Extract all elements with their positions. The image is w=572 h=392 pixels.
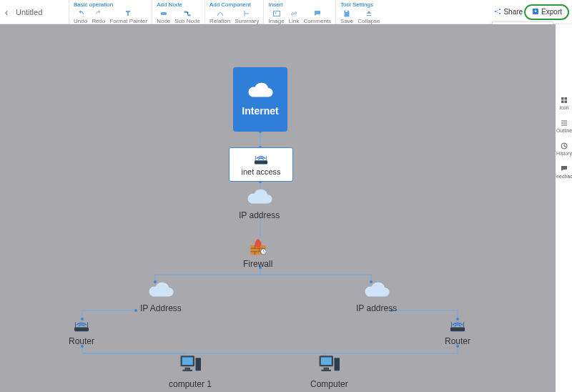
link-button[interactable]: Link bbox=[289, 10, 300, 24]
relation-label: Relation bbox=[209, 18, 230, 24]
comments-icon bbox=[313, 10, 322, 17]
rail-label: Icon bbox=[559, 105, 568, 110]
save-label: Save bbox=[340, 18, 353, 24]
node-label: IP address bbox=[239, 210, 280, 220]
undo-button[interactable]: Undo bbox=[74, 10, 87, 24]
redo-label: Redo bbox=[92, 18, 105, 24]
svg-rect-1 bbox=[184, 11, 187, 14]
undo-icon bbox=[77, 10, 85, 17]
group-add-node: Add Node Node Sub Node bbox=[152, 0, 204, 24]
group-label: Add Node bbox=[157, 1, 200, 9]
right-rail: Icon Outline History Feedback bbox=[556, 96, 572, 179]
svg-point-42 bbox=[134, 309, 137, 312]
svg-rect-77 bbox=[324, 368, 330, 370]
svg-rect-72 bbox=[185, 368, 191, 370]
node-internet[interactable]: Internet bbox=[233, 67, 287, 132]
svg-point-7 bbox=[499, 9, 500, 10]
node-label: computer 1 bbox=[169, 379, 212, 389]
svg-point-8 bbox=[499, 13, 500, 14]
svg-rect-24 bbox=[561, 123, 567, 124]
subnode-label: Sub Node bbox=[174, 18, 200, 24]
collapse-button[interactable]: Collapse bbox=[358, 10, 380, 24]
export-icon bbox=[531, 7, 540, 17]
router-icon bbox=[252, 153, 270, 166]
group-insert: Insert Image Link Comments bbox=[263, 0, 335, 24]
link-icon bbox=[290, 10, 298, 17]
undo-label: Undo bbox=[74, 18, 87, 24]
group-label: Add Component bbox=[209, 1, 260, 9]
back-button[interactable]: ‹ bbox=[0, 0, 13, 24]
cloud-icon bbox=[147, 282, 175, 300]
redo-icon bbox=[94, 10, 103, 17]
group-basic: Basic operation Undo Redo Format Painter bbox=[69, 0, 152, 24]
node-label: Router bbox=[69, 336, 94, 346]
comments-button[interactable]: Comments bbox=[303, 10, 331, 24]
node-computer1[interactable]: computer 1 bbox=[169, 353, 212, 389]
export-button[interactable]: Export bbox=[527, 6, 566, 19]
node-ip-right[interactable]: IP address bbox=[356, 282, 397, 313]
rail-outline[interactable]: Outline bbox=[556, 119, 572, 133]
save-button[interactable]: Save bbox=[340, 10, 353, 24]
group-label: Tool Settings bbox=[340, 1, 380, 9]
relation-button[interactable]: Relation bbox=[209, 10, 230, 24]
computer-icon bbox=[177, 353, 203, 376]
svg-rect-21 bbox=[561, 101, 564, 104]
share-label: Share bbox=[503, 8, 523, 16]
svg-rect-76 bbox=[321, 358, 332, 366]
node-label: inet access bbox=[241, 167, 280, 176]
svg-rect-67 bbox=[450, 327, 465, 331]
node-router-right[interactable]: Router bbox=[445, 319, 470, 346]
subnode-button[interactable]: Sub Node bbox=[174, 10, 200, 24]
cloud-icon bbox=[246, 82, 275, 101]
svg-rect-74 bbox=[196, 358, 202, 371]
svg-rect-59 bbox=[255, 160, 267, 164]
share-icon bbox=[493, 7, 502, 17]
node-button[interactable]: Node bbox=[157, 10, 170, 24]
node-label: IP address bbox=[356, 303, 397, 313]
comments-label: Comments bbox=[303, 18, 331, 24]
cloud-icon bbox=[363, 282, 391, 300]
save-icon bbox=[342, 10, 351, 17]
toolbar: ‹ Untitled Basic operation Undo Redo For… bbox=[0, 0, 572, 24]
group-tool-settings: Tool Settings Save Collapse bbox=[335, 0, 384, 24]
redo-button[interactable]: Redo bbox=[92, 10, 105, 24]
subnode-icon bbox=[183, 10, 192, 17]
relation-icon bbox=[216, 10, 225, 17]
node-inet-access[interactable]: inet access bbox=[229, 147, 293, 182]
group-label: Insert bbox=[268, 1, 331, 9]
diagram-canvas[interactable]: Internet inet access IP address Firewall… bbox=[0, 24, 556, 392]
svg-rect-71 bbox=[182, 358, 193, 366]
svg-point-4 bbox=[275, 12, 276, 14]
computer-icon bbox=[316, 353, 342, 376]
node-router-left[interactable]: Router bbox=[69, 319, 94, 346]
format-painter-button[interactable]: Format Painter bbox=[109, 10, 147, 24]
router-icon bbox=[447, 319, 468, 333]
image-icon bbox=[272, 10, 281, 17]
document-title[interactable]: Untitled bbox=[13, 0, 69, 24]
rail-history[interactable]: History bbox=[556, 142, 572, 156]
image-label: Image bbox=[268, 18, 284, 24]
node-ip-top[interactable]: IP address bbox=[239, 189, 280, 220]
group-add-component: Add Component Relation Summary bbox=[204, 0, 264, 24]
summary-button[interactable]: Summary bbox=[235, 10, 259, 24]
rail-label: Outline bbox=[556, 128, 572, 133]
link-label: Link bbox=[289, 18, 300, 24]
image-button[interactable]: Image bbox=[268, 10, 284, 24]
node-computer2[interactable]: Computer bbox=[310, 353, 348, 389]
node-ip-left[interactable]: IP Address bbox=[140, 282, 182, 313]
svg-point-6 bbox=[495, 11, 496, 12]
node-firewall[interactable]: Firewall bbox=[243, 237, 272, 269]
export-label: Export bbox=[541, 8, 562, 16]
share-button[interactable]: Share bbox=[493, 7, 523, 17]
node-label: Node bbox=[157, 18, 170, 24]
node-label: Computer bbox=[310, 379, 348, 389]
fp-label: Format Painter bbox=[109, 18, 147, 24]
cloud-icon bbox=[245, 189, 274, 207]
node-label: Router bbox=[445, 336, 470, 346]
svg-rect-22 bbox=[564, 101, 567, 104]
firewall-icon bbox=[247, 237, 269, 256]
rail-feedback[interactable]: Feedback bbox=[553, 165, 572, 179]
group-label: Basic operation bbox=[74, 1, 147, 9]
svg-rect-3 bbox=[273, 11, 280, 16]
rail-icon[interactable]: Icon bbox=[559, 96, 568, 110]
